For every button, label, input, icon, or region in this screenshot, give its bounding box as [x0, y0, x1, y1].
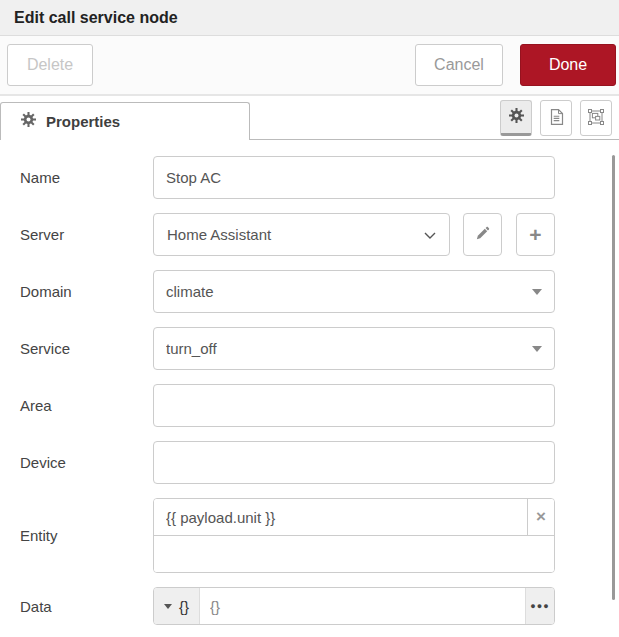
pencil-icon — [475, 226, 490, 244]
service-input[interactable] — [153, 327, 555, 370]
entity-list: × — [153, 498, 555, 573]
description-tab-button[interactable] — [540, 100, 572, 136]
area-row: Area — [20, 384, 619, 427]
gear-icon — [21, 112, 36, 131]
service-combo — [153, 327, 555, 370]
add-server-button[interactable]: + — [516, 213, 555, 256]
tab-properties[interactable]: Properties — [0, 102, 250, 140]
json-type-icon: {} — [179, 598, 189, 615]
properties-form: Name Server Home Assistant — [0, 140, 619, 625]
domain-row: Domain — [20, 270, 619, 313]
data-row: Data {} ●●● — [20, 587, 619, 625]
service-row: Service — [20, 327, 619, 370]
properties-tab-button[interactable] — [500, 100, 532, 136]
area-input[interactable] — [153, 384, 555, 427]
server-label: Server — [20, 226, 153, 243]
chevron-down-icon — [424, 226, 436, 243]
entity-add-input[interactable] — [154, 536, 554, 572]
data-label: Data — [20, 598, 153, 615]
tab-properties-label: Properties — [46, 113, 120, 130]
entity-list-item: × — [154, 499, 554, 536]
plus-icon: + — [529, 223, 541, 247]
server-select[interactable]: Home Assistant — [153, 213, 450, 256]
object-group-icon — [588, 109, 604, 128]
data-input[interactable] — [200, 588, 525, 624]
gear-icon — [509, 108, 524, 126]
entity-list-add-row — [154, 536, 554, 572]
data-type-button[interactable]: {} — [154, 588, 200, 624]
tab-bar: Properties — [0, 96, 619, 140]
ellipsis-icon[interactable]: ●●● — [525, 588, 554, 624]
name-row: Name — [20, 156, 619, 199]
domain-input[interactable] — [153, 270, 555, 313]
name-input[interactable] — [153, 156, 555, 199]
appearance-tab-button[interactable] — [580, 100, 612, 136]
server-selected-value: Home Assistant — [167, 226, 271, 243]
server-controls: Home Assistant — [153, 213, 555, 256]
cancel-button[interactable]: Cancel — [415, 44, 503, 86]
tab-icon-buttons — [500, 100, 612, 136]
edit-node-dialog: Edit call service node Delete Cancel Don… — [0, 0, 619, 637]
edit-server-button[interactable] — [463, 213, 502, 256]
area-label: Area — [20, 397, 153, 414]
domain-combo — [153, 270, 555, 313]
dialog-toolbar: Delete Cancel Done — [0, 36, 619, 96]
done-button[interactable]: Done — [520, 44, 616, 86]
vertical-scrollbar[interactable] — [612, 155, 615, 600]
entity-label: Entity — [20, 527, 153, 544]
entity-input[interactable] — [154, 499, 527, 535]
delete-button[interactable]: Delete — [7, 44, 93, 86]
entity-row: Entity × — [20, 498, 619, 573]
document-icon — [549, 109, 564, 128]
device-input[interactable] — [153, 441, 555, 484]
data-typed-input: {} ●●● — [153, 587, 555, 625]
close-icon[interactable]: × — [527, 499, 554, 535]
dialog-header: Edit call service node — [0, 0, 619, 36]
server-row: Server Home Assistant — [20, 213, 619, 256]
caret-down-icon — [164, 604, 172, 609]
name-label: Name — [20, 169, 153, 186]
device-label: Device — [20, 454, 153, 471]
service-label: Service — [20, 340, 153, 357]
device-row: Device — [20, 441, 619, 484]
dialog-title: Edit call service node — [14, 9, 178, 27]
domain-label: Domain — [20, 283, 153, 300]
